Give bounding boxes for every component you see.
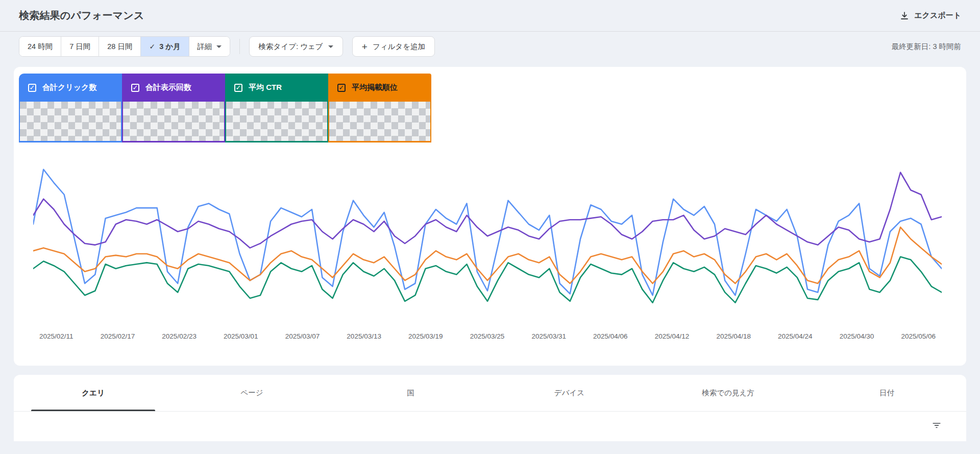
tab-devices[interactable]: デバイス: [490, 375, 649, 411]
tab-label: 検索での見え方: [702, 388, 754, 398]
checkbox-position[interactable]: ✓: [337, 84, 346, 92]
checkbox-impressions[interactable]: ✓: [131, 84, 139, 92]
range-7d-label: 7 日間: [69, 42, 90, 52]
tab-label: デバイス: [554, 388, 584, 398]
range-24h-button[interactable]: 24 時間: [19, 37, 61, 56]
redacted-value: [20, 102, 121, 141]
x-tick: 2025/04/30: [840, 332, 874, 340]
plus-icon: +: [362, 42, 368, 52]
x-tick: 2025/04/12: [655, 332, 690, 340]
x-tick: 2025/02/11: [39, 332, 74, 340]
divider: [239, 39, 240, 54]
performance-chart-panel: ✓ 合計クリック数 ✓ 合計表示回数 ✓ 平均 CTR: [14, 67, 966, 366]
add-filter-chip[interactable]: + フィルタを追加: [352, 36, 435, 57]
metric-label-impressions: 合計表示回数: [145, 83, 191, 92]
range-24h-label: 24 時間: [28, 42, 53, 52]
metric-card-header: ✓ 合計表示回数: [122, 74, 225, 102]
tab-queries[interactable]: クエリ: [14, 375, 173, 411]
tab-search-appearance[interactable]: 検索での見え方: [649, 375, 807, 411]
dimension-tabs: クエリ ページ 国 デバイス 検索での見え方 日付: [14, 375, 966, 412]
x-tick: 2025/03/01: [224, 332, 258, 340]
range-3m-label: 3 か月: [159, 42, 180, 52]
metric-label-clicks: 合計クリック数: [42, 83, 96, 92]
tab-label: クエリ: [82, 388, 105, 398]
redacted-value: [123, 102, 224, 141]
x-tick: 2025/03/31: [531, 332, 566, 340]
date-range-control: 24 時間 7 日間 28 日間 ✓ 3 か月 詳細: [19, 36, 230, 57]
metric-card-ctr[interactable]: ✓ 平均 CTR: [225, 74, 328, 142]
x-tick: 2025/02/23: [162, 332, 197, 340]
x-axis-ticks: 2025/02/11 2025/02/17 2025/02/23 2025/03…: [33, 332, 942, 340]
tab-label: 日付: [879, 388, 894, 398]
metric-value-area: [225, 102, 328, 142]
tab-dates[interactable]: 日付: [807, 375, 966, 411]
x-tick: 2025/04/24: [778, 332, 813, 340]
range-custom-label: 詳細: [198, 42, 212, 52]
tab-label: 国: [407, 388, 414, 398]
checkbox-ctr[interactable]: ✓: [234, 84, 242, 92]
x-tick: 2025/04/18: [716, 332, 751, 340]
x-tick: 2025/03/25: [470, 332, 505, 340]
metric-cards: ✓ 合計クリック数 ✓ 合計表示回数 ✓ 平均 CTR: [19, 74, 431, 142]
metric-label-position: 平均掲載順位: [352, 83, 398, 92]
range-3m-button[interactable]: ✓ 3 か月: [141, 37, 189, 56]
x-tick: 2025/03/13: [347, 332, 381, 340]
page-header: 検索結果のパフォーマンス エクスポート: [0, 0, 980, 32]
export-label: エクスポート: [914, 11, 961, 20]
line-chart-svg: [33, 159, 942, 327]
range-7d-button[interactable]: 7 日間: [61, 37, 99, 56]
x-tick: 2025/02/17: [101, 332, 135, 340]
x-tick: 2025/03/19: [408, 332, 443, 340]
checkbox-clicks[interactable]: ✓: [28, 84, 36, 92]
metric-card-clicks[interactable]: ✓ 合計クリック数: [19, 74, 122, 142]
x-tick: 2025/05/06: [901, 332, 936, 340]
filter-list-icon: [932, 424, 942, 432]
dimensions-table-panel: クエリ ページ 国 デバイス 検索での見え方 日付: [14, 375, 966, 441]
tab-countries[interactable]: 国: [331, 375, 490, 411]
filter-bar: 24 時間 7 日間 28 日間 ✓ 3 か月 詳細 検索タイプ: ウェブ + …: [0, 32, 980, 61]
chevron-down-icon: [328, 45, 333, 48]
search-type-chip[interactable]: 検索タイプ: ウェブ: [249, 36, 343, 57]
range-28d-label: 28 日間: [107, 42, 132, 52]
performance-line-chart[interactable]: [33, 159, 942, 327]
metric-card-header: ✓ 平均掲載順位: [328, 74, 431, 102]
metric-card-header: ✓ 合計クリック数: [19, 74, 122, 102]
table-toolbar: [14, 412, 966, 440]
x-tick: 2025/04/06: [593, 332, 628, 340]
range-custom-button[interactable]: 詳細: [189, 37, 230, 56]
download-icon: [900, 11, 909, 20]
metric-card-position[interactable]: ✓ 平均掲載順位: [328, 74, 431, 142]
tab-label: ページ: [240, 388, 263, 398]
filter-rows-button[interactable]: [928, 417, 945, 435]
tab-pages[interactable]: ページ: [173, 375, 331, 411]
export-button[interactable]: エクスポート: [900, 11, 961, 20]
x-tick: 2025/03/07: [285, 332, 320, 340]
last-updated-text: 最終更新日: 3 時間前: [892, 42, 961, 52]
redacted-value: [329, 102, 430, 141]
search-type-label: 検索タイプ: ウェブ: [259, 42, 323, 52]
chevron-down-icon: [216, 45, 222, 48]
range-28d-button[interactable]: 28 日間: [99, 37, 141, 56]
page-title: 検索結果のパフォーマンス: [19, 9, 144, 22]
metric-card-header: ✓ 平均 CTR: [225, 74, 328, 102]
metric-value-area: [328, 102, 431, 142]
metric-label-ctr: 平均 CTR: [249, 83, 282, 92]
metric-value-area: [122, 102, 225, 142]
metric-value-area: [19, 102, 122, 142]
metric-card-impressions[interactable]: ✓ 合計表示回数: [122, 74, 225, 142]
redacted-value: [226, 102, 327, 141]
add-filter-label: フィルタを追加: [373, 42, 425, 52]
check-icon: ✓: [149, 42, 155, 51]
